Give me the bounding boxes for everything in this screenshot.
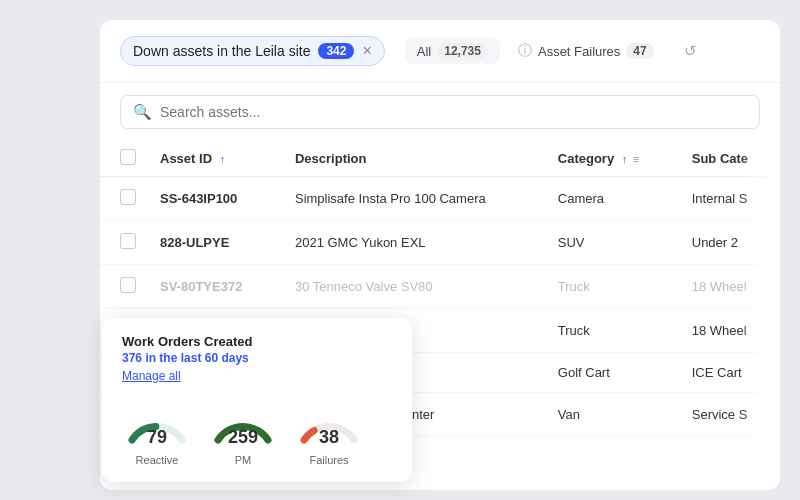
wo-title: Work Orders Created bbox=[122, 334, 392, 349]
gauge-reactive-value: 79 bbox=[147, 427, 167, 448]
gauge-failures-value: 38 bbox=[319, 427, 339, 448]
subcategory-cell: Under 2 bbox=[676, 221, 780, 265]
category-cell: Truck bbox=[542, 265, 676, 309]
wo-gauges: 79 Reactive 259 PM 38 Failures bbox=[122, 395, 392, 466]
af-icon: ⓘ bbox=[518, 42, 532, 60]
row-checkbox[interactable] bbox=[120, 277, 136, 293]
search-bar: 🔍 bbox=[120, 95, 760, 129]
col-category: Category ↑ ≡ bbox=[542, 141, 676, 177]
tab-asset-failures[interactable]: ⓘ Asset Failures 47 bbox=[506, 37, 666, 65]
col-description: Description bbox=[279, 141, 542, 177]
subcategory-cell: Internal S bbox=[676, 177, 780, 221]
col-asset-id: Asset ID ↑ bbox=[144, 141, 279, 177]
description-cell: 30 Tenneco Valve SV80 bbox=[279, 265, 542, 309]
subcategory-cell: 18 Wheel bbox=[676, 265, 780, 309]
filter-count: 342 bbox=[318, 43, 354, 59]
tab-more-icon: ↺ bbox=[684, 42, 697, 60]
tab-all[interactable]: All 12,735 bbox=[405, 38, 500, 64]
description-cell: Simplisafe Insta Pro 100 Camera bbox=[279, 177, 542, 221]
row-checkbox[interactable] bbox=[120, 233, 136, 249]
manage-all-link[interactable]: Manage all bbox=[122, 369, 392, 383]
category-filter-icon[interactable]: ≡ bbox=[633, 153, 639, 165]
row-checkbox[interactable] bbox=[120, 189, 136, 205]
gauge-failures-label: Failures bbox=[309, 454, 348, 466]
search-icon: 🔍 bbox=[133, 103, 152, 121]
filter-chip[interactable]: Down assets in the Leila site 342 × bbox=[120, 36, 385, 66]
table-row: SS-643IP100 Simplisafe Insta Pro 100 Cam… bbox=[100, 177, 780, 221]
wo-subtitle: 376 in the last 60 days bbox=[122, 351, 392, 365]
tab-af-label: Asset Failures bbox=[538, 44, 620, 59]
gauge-reactive-label: Reactive bbox=[136, 454, 179, 466]
tab-af-count: 47 bbox=[626, 43, 653, 59]
tab-all-count: 12,735 bbox=[437, 43, 488, 59]
asset-id-cell: SS-643IP100 bbox=[144, 177, 279, 221]
category-cell: SUV bbox=[542, 221, 676, 265]
description-cell: 2021 GMC Yukon EXL bbox=[279, 221, 542, 265]
subcategory-cell: ICE Cart bbox=[676, 353, 780, 393]
category-cell: Camera bbox=[542, 177, 676, 221]
tab-more[interactable]: ↺ bbox=[672, 38, 715, 65]
category-cell: Van bbox=[542, 393, 676, 437]
gauge-reactive: 79 Reactive bbox=[122, 395, 192, 466]
gauge-pm-label: PM bbox=[235, 454, 252, 466]
tab-all-label: All bbox=[417, 44, 431, 59]
header-checkbox[interactable] bbox=[120, 149, 136, 165]
category-cell: Truck bbox=[542, 309, 676, 353]
tab-group: All 12,735 ⓘ Asset Failures 47 ↺ bbox=[405, 37, 715, 65]
search-input[interactable] bbox=[160, 104, 747, 120]
work-orders-card: Work Orders Created 376 in the last 60 d… bbox=[102, 318, 412, 482]
table-row: 828-ULPYE 2021 GMC Yukon EXL SUV Under 2 bbox=[100, 221, 780, 265]
wo-count: 376 bbox=[122, 351, 142, 365]
sort-asc-icon[interactable]: ↑ bbox=[220, 153, 226, 165]
filter-label: Down assets in the Leila site bbox=[133, 43, 310, 59]
col-checkbox bbox=[100, 141, 144, 177]
table-row: SV-80TYE372 30 Tenneco Valve SV80 Truck … bbox=[100, 265, 780, 309]
col-sub-category: Sub Cate bbox=[676, 141, 780, 177]
category-cell: Golf Cart bbox=[542, 353, 676, 393]
gauge-pm-value: 259 bbox=[228, 427, 258, 448]
subcategory-cell: 18 Wheel bbox=[676, 309, 780, 353]
wo-period: in the last 60 days bbox=[145, 351, 248, 365]
gauge-pm: 259 PM bbox=[208, 395, 278, 466]
gauge-failures: 38 Failures bbox=[294, 395, 364, 466]
subcategory-cell: Service S bbox=[676, 393, 780, 437]
header-bar: Down assets in the Leila site 342 × All … bbox=[100, 20, 780, 83]
close-filter-button[interactable]: × bbox=[362, 43, 371, 59]
asset-id-cell: SV-80TYE372 bbox=[144, 265, 279, 309]
category-sort-icon[interactable]: ↑ bbox=[622, 153, 628, 165]
asset-id-cell: 828-ULPYE bbox=[144, 221, 279, 265]
